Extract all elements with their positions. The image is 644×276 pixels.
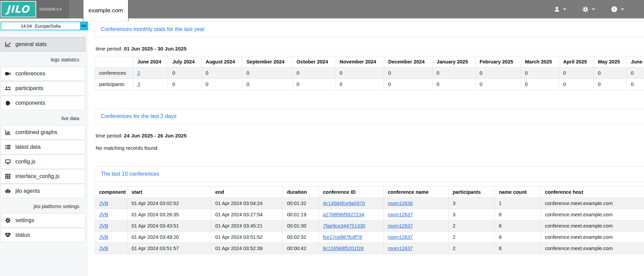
last10-cell-conference-host: conference.meet.example.com [541, 243, 644, 254]
sidebar-item-general-stats[interactable]: general stats [1, 37, 85, 52]
monthly-value-cell: 0 [521, 68, 559, 79]
conference-name-link[interactable]: room12636 [388, 201, 413, 206]
monthly-value-cell: 0 [432, 79, 475, 90]
tab-example-com[interactable]: example.com [83, 0, 128, 21]
last-2-days-card: Conferences for the last 2 days [95, 108, 644, 124]
monthly-value-link[interactable]: 3 [137, 82, 140, 87]
last10-cell-conference-host: conference.meet.example.com [541, 209, 644, 220]
last10-cell-start: 01 Apr 2024 03:51:57 [127, 243, 211, 254]
sidebar-collapse-button[interactable]: << [80, 22, 87, 30]
last-2-days-title-link[interactable]: Conferences for the last 2 days [101, 113, 176, 119]
table-row: JVB01 Apr 2024 03:02:5201 Apr 2024 03:04… [95, 198, 644, 209]
conference-name-link[interactable]: room12637 [388, 234, 413, 240]
last10-cell-start: 01 Apr 2024 03:26:35 [127, 209, 211, 220]
sidebar-item-latest-data[interactable]: latest data [1, 140, 85, 154]
conference-name-link[interactable]: room12637 [388, 212, 413, 217]
component-link[interactable]: JVB [99, 201, 108, 206]
monthly-column-header: March 2025 [521, 56, 559, 68]
topbar-brand-area: JILO VERSION 0.4 [0, 0, 69, 18]
last10-cell-conference-name: room12637 [384, 209, 449, 220]
last10-cell-participants: 3 [449, 198, 495, 209]
last10-cell-conference-name: room12637 [384, 220, 449, 232]
last10-cell-conference-id: 4c14584fce9a5970 [319, 198, 384, 209]
monthly-column-header: June 2025 [627, 56, 644, 68]
conference-id-link[interactable]: 8c116568f5201f28 [323, 246, 364, 251]
last10-column-header: component [95, 187, 127, 198]
monthly-stats-card: Conferences monthly stats for the last y… [95, 21, 644, 37]
topbar-menu [554, 0, 624, 18]
last10-column-header: conference name [384, 187, 449, 198]
main-content: Conferences monthly stats for the last y… [88, 18, 644, 276]
sidebar-item-settings[interactable]: settings [1, 213, 85, 228]
last10-cell-participants: 3 [449, 209, 495, 220]
sidebar-item-config-js[interactable]: config.js [1, 155, 85, 169]
last10-cell-participants: 2 [449, 220, 495, 232]
conference-id-link[interactable]: 7fae9ce344751330 [323, 223, 365, 229]
monthly-stats-title-link[interactable]: Conferences monthly stats for the last y… [101, 26, 205, 32]
monthly-value-cell: 0 [201, 79, 242, 90]
sidebar-section-label-jitsi-platforms-settings: jitsi platforms settings [0, 199, 88, 213]
table-row: JVB01 Apr 2024 03:51:5701 Apr 2024 03:52… [95, 243, 644, 254]
monthly-column-header [95, 56, 133, 68]
monthly-value-link[interactable]: 2 [137, 70, 140, 76]
monthly-row-label: participants [95, 79, 133, 90]
component-link[interactable]: JVB [99, 223, 108, 229]
last10-cell-name-count: 8 [495, 232, 541, 243]
last10-column-header: start [127, 187, 211, 198]
last10-column-header: conference ID [319, 187, 384, 198]
monthly-value-cell: 0 [168, 79, 201, 90]
jilo-logo[interactable]: JILO [1, 1, 36, 17]
last10-cell-component: JVB [95, 209, 127, 220]
conference-id-link[interactable]: a2788f9bf9927234 [323, 212, 364, 217]
chevron-down-icon [592, 8, 595, 11]
sidebar-item-label: components [15, 100, 45, 106]
monthly-value-cell: 0 [201, 68, 242, 79]
sidebar-item-interface-config-js[interactable]: interface_config.js [1, 169, 85, 184]
sidebar-item-label: config.js [15, 159, 36, 165]
last10-cell-conference-name: room12637 [384, 232, 449, 243]
monthly-value-cell: 3 [133, 79, 168, 90]
user-menu[interactable] [554, 6, 566, 12]
last10-cell-conference-host: conference.meet.example.com [541, 220, 644, 232]
component-link[interactable]: JVB [99, 234, 108, 240]
version-label: VERSION 0.4 [39, 8, 61, 11]
last10-cell-end: 01 Apr 2024 03:52:39 [211, 243, 283, 254]
info-icon [611, 6, 618, 13]
last10-cell-end: 01 Apr 2024 03:51:52 [211, 232, 283, 243]
conference-name-link[interactable]: room12637 [388, 223, 413, 229]
conference-name-link[interactable]: room12637 [388, 246, 413, 251]
component-link[interactable]: JVB [99, 246, 108, 251]
last10-cell-participants: 2 [449, 232, 495, 243]
last10-cell-duration: 00:02:32 [283, 232, 319, 243]
sidebar-item-jilo-agents[interactable]: jilo agents [1, 184, 85, 198]
monthly-column-header: November 2024 [335, 56, 384, 68]
conference-id-link[interactable]: fce17ce887fcdf78 [323, 234, 362, 240]
sidebar-item-label: general stats [15, 41, 47, 47]
monthly-column-header: August 2024 [201, 56, 242, 68]
last10-cell-conference-id: 8c116568f5201f28 [319, 243, 384, 254]
last10-cell-conference-id: fce17ce887fcdf78 [319, 232, 384, 243]
table-row: JVB01 Apr 2024 03:49:2001 Apr 2024 03:51… [95, 232, 644, 243]
component-link[interactable]: JVB [99, 212, 108, 217]
last-10-conferences-title-link[interactable]: The last 10 conferences [101, 171, 159, 177]
info-menu[interactable] [611, 6, 624, 13]
sidebar-item-conferences[interactable]: conferences [1, 67, 85, 81]
sidebar-item-status[interactable]: status [1, 228, 85, 242]
sidebar-item-combined-graphs[interactable]: combined graphs [1, 125, 85, 140]
sidebar-section-label-live-data: live data [0, 111, 88, 125]
logo-text: JILO [6, 3, 31, 15]
last10-column-header: participants [449, 187, 495, 198]
sidebar-item-label: interface_config.js [15, 173, 59, 179]
monthly-value-cell: 0 [627, 79, 644, 90]
conference-id-link[interactable]: 4c14584fce9a5970 [323, 201, 365, 206]
settings-menu[interactable] [582, 6, 595, 13]
table-row: JVB01 Apr 2024 03:26:3501 Apr 2024 03:27… [95, 209, 644, 220]
sidebar-item-components[interactable]: components [1, 96, 85, 110]
sidebar-item-label: combined graphs [15, 129, 57, 135]
sidebar-item-participants[interactable]: participants [1, 81, 85, 96]
last10-cell-end: 01 Apr 2024 03:45:21 [211, 220, 283, 232]
users-icon [5, 85, 11, 91]
sidebar-item-label: jilo agents [15, 188, 40, 194]
last10-cell-conference-id: 7fae9ce344751330 [319, 220, 384, 232]
monthly-value-cell: 0 [335, 68, 384, 79]
